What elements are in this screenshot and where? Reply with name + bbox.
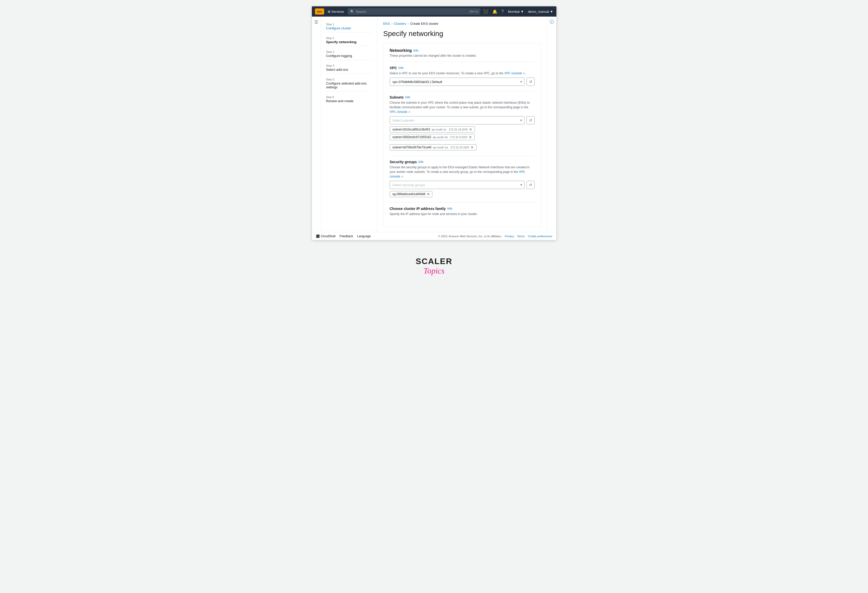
subnets-field-section: Subnets Info Choose the subnets in your …: [390, 95, 535, 151]
divider-1: [326, 32, 372, 33]
subnets-tags-row2: subnet-0d706e3670e73ca46 ap-south-1a 172…: [390, 144, 535, 151]
section-divider-2: [390, 91, 535, 91]
subnets-info-link[interactable]: Info: [405, 96, 410, 99]
step-5[interactable]: Step 5 Configure selected add-ons settin…: [321, 76, 377, 91]
subnet-0-remove[interactable]: ✕: [469, 128, 472, 131]
divider-2: [326, 46, 372, 46]
content-area: EKS › Clusters › Create EKS cluster Spec…: [377, 16, 547, 232]
aws-logo: aws: [315, 9, 324, 15]
subnet-tag-0: subnet-02c0ccaf0b1c5b453 ap-south-1c 172…: [390, 126, 475, 133]
section-divider-3: [390, 155, 535, 156]
sg-0-remove[interactable]: ✕: [427, 192, 430, 196]
vpc-select-wrapper[interactable]: vpc-076dbfd6c5863ab33 | Default: [390, 78, 524, 86]
subnets-desc: Choose the subnets in your VPC where the…: [390, 101, 535, 114]
ip-family-label: Choose cluster IP address family Info: [390, 207, 535, 211]
top-navigation: aws ⊞ Services 🔍 [Alt+S] ⬛ 🔔 ? Mumbai ▼ …: [312, 6, 557, 16]
page-title: Specify networking: [383, 30, 541, 38]
ip-family-desc: Specify the IP address type for node and…: [390, 212, 535, 216]
networking-section-header: Networking Info: [390, 48, 535, 53]
security-groups-info-link[interactable]: Info: [418, 160, 424, 164]
nav-right: ⬛ 🔔 ? Mumbai ▼ demo_manual ▼: [483, 9, 553, 14]
branding: SCALER Topics: [0, 247, 868, 281]
divider-3: [326, 60, 372, 60]
search-bar[interactable]: 🔍 [Alt+S]: [348, 8, 480, 15]
search-shortcut: [Alt+S]: [469, 10, 478, 13]
security-groups-desc: Choose the security groups to apply to t…: [390, 165, 535, 179]
info-sidebar: i: [547, 16, 557, 232]
ip-family-info-link[interactable]: Info: [447, 207, 452, 210]
sidebar-toggle[interactable]: ☰: [312, 16, 321, 232]
subnets-tags: subnet-02c0ccaf0b1c5b453 ap-south-1c 172…: [390, 126, 535, 140]
bottom-bar: ⬛ CloudShell Feedback Language © 2023, A…: [312, 232, 557, 240]
subnets-label: Subnets Info: [390, 95, 535, 99]
breadcrumb: EKS › Clusters › Create EKS cluster: [383, 22, 541, 25]
vpc-refresh-button[interactable]: ↺: [527, 78, 535, 86]
subnet-1-remove[interactable]: ✕: [469, 135, 472, 139]
breadcrumb-sep-2: ›: [407, 22, 409, 25]
vpc-field-section: VPC Info Select a VPC to use for your EK…: [390, 66, 535, 86]
help-icon[interactable]: ?: [502, 9, 504, 14]
footer-right: © 2023, Amazon Web Services, Inc. or its…: [438, 235, 552, 238]
breadcrumb-clusters[interactable]: Clusters: [394, 22, 406, 25]
sg-placeholder[interactable]: Select security groups: [390, 181, 524, 189]
search-input[interactable]: [356, 10, 468, 13]
subnets-refresh-button[interactable]: ↺: [527, 116, 535, 124]
cloudshell-button[interactable]: ⬛ CloudShell: [316, 234, 336, 238]
subnet-2-remove[interactable]: ✕: [471, 146, 474, 149]
security-groups-label: Security groups Info: [390, 160, 535, 164]
networking-card: Networking Info These properties cannot …: [383, 43, 541, 227]
cloudshell-icon: ⬛: [316, 234, 320, 238]
ip-family-field-section: Choose cluster IP address family Info Sp…: [390, 207, 535, 216]
subnets-placeholder[interactable]: Select subnets: [390, 116, 524, 124]
step-2[interactable]: Step 2 Specify networking: [321, 34, 377, 46]
vpc-console-link[interactable]: VPC console: [504, 71, 525, 75]
vpc-select[interactable]: vpc-076dbfd6c5863ab33 | Default: [390, 78, 524, 86]
bell-icon[interactable]: 🔔: [492, 9, 497, 14]
networking-info-link[interactable]: Info: [413, 49, 419, 52]
cookie-prefs-link[interactable]: Cookie preferences: [528, 235, 552, 238]
step-4[interactable]: Step 4 Select add-ons: [321, 62, 377, 74]
vpc-info-link[interactable]: Info: [399, 66, 403, 70]
subnets-select-wrapper[interactable]: Select subnets: [390, 116, 524, 124]
divider-5: [326, 91, 372, 92]
subnet-tag-1: subnet-0582bc6c971055162 ap-south-1b 172…: [390, 134, 475, 140]
security-groups-select-row: Select security groups ↺: [390, 181, 535, 189]
vpc-desc: Select a VPC to use for your EKS cluster…: [390, 71, 535, 75]
subnets-vpc-console-link[interactable]: VPC console: [390, 110, 410, 114]
vpc-label: VPC Info: [390, 66, 535, 70]
networking-section-desc: These properties cannot be changed after…: [390, 54, 535, 58]
services-menu[interactable]: ⊞ Services: [326, 10, 346, 13]
step-6[interactable]: Step 6 Review and create: [321, 93, 377, 105]
info-sidebar-icon[interactable]: i: [550, 20, 554, 24]
step-3[interactable]: Step 3 Configure logging: [321, 48, 377, 60]
sg-tag-0: sg-096da0ca4d1a946d6 ✕: [390, 191, 433, 197]
breadcrumb-sep-1: ›: [391, 22, 393, 25]
vpc-select-row: vpc-076dbfd6c5863ab33 | Default ↺: [390, 78, 535, 86]
menu-icon: ☰: [314, 20, 318, 25]
sg-select-wrapper[interactable]: Select security groups: [390, 181, 524, 189]
sg-refresh-button[interactable]: ↺: [527, 181, 535, 189]
step-1[interactable]: Step 1 Configure cluster: [321, 21, 377, 32]
branding-scaler: SCALER: [0, 257, 868, 266]
terms-link[interactable]: Terms: [517, 235, 525, 238]
privacy-link[interactable]: Privacy: [505, 235, 514, 238]
breadcrumb-eks[interactable]: EKS: [383, 22, 390, 25]
language-button[interactable]: Language: [357, 234, 371, 238]
user-menu[interactable]: demo_manual ▼: [528, 10, 553, 13]
subnets-select-row: Select subnets ↺: [390, 116, 535, 124]
steps-panel: Step 1 Configure cluster Step 2 Specify …: [321, 16, 377, 232]
divider-4: [326, 74, 372, 74]
sg-tags: sg-096da0ca4d1a946d6 ✕: [390, 191, 535, 197]
region-selector[interactable]: Mumbai ▼: [508, 10, 524, 13]
branding-topics: Topics: [0, 266, 868, 275]
subnet-tag-2: subnet-0d706e3670e73ca46 ap-south-1a 172…: [390, 144, 477, 151]
terminal-icon[interactable]: ⬛: [483, 9, 488, 14]
breadcrumb-current: Create EKS cluster: [410, 22, 438, 25]
feedback-button[interactable]: Feedback: [340, 234, 353, 238]
section-divider-4: [390, 202, 535, 203]
security-groups-field-section: Security groups Info Choose the security…: [390, 160, 535, 197]
